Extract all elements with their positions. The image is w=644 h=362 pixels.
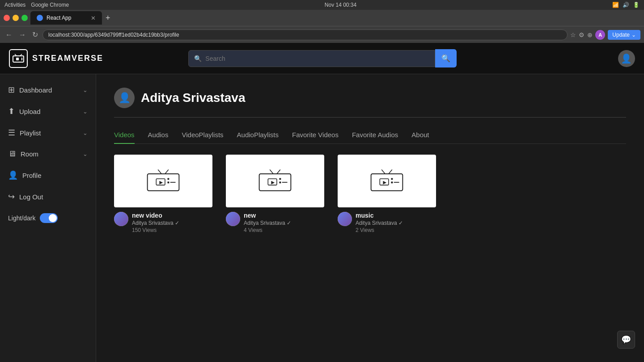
search-input[interactable] bbox=[205, 51, 429, 67]
view-count-1: 150 Views bbox=[132, 227, 179, 233]
tab-favorite-audios[interactable]: Favorite Audios bbox=[352, 126, 398, 144]
video-thumbnail-1 bbox=[114, 155, 212, 207]
verified-icon-3: ✓ bbox=[398, 220, 403, 226]
playlist-icon: ☰ bbox=[8, 128, 15, 138]
light-dark-toggle[interactable] bbox=[40, 213, 58, 223]
svg-line-13 bbox=[270, 169, 273, 173]
forward-button[interactable]: → bbox=[17, 30, 28, 40]
svg-line-22 bbox=[389, 169, 392, 173]
logo-icon bbox=[9, 49, 28, 68]
chat-button[interactable]: 💬 bbox=[617, 331, 635, 349]
extensions-icon[interactable]: ⚙ bbox=[579, 31, 585, 38]
activities-label[interactable]: Activities bbox=[4, 2, 25, 8]
sidebar-item-playlist[interactable]: ☰ Playlist ⌄ bbox=[0, 122, 96, 143]
svg-marker-25 bbox=[383, 181, 386, 184]
logo-area: STREAMVERSE bbox=[9, 49, 103, 68]
profile-name: Aditya Srivastava bbox=[141, 91, 245, 105]
user-avatar[interactable]: 👤 bbox=[618, 50, 635, 67]
video-card-3[interactable]: music Aditya Srivastava ✓ 2 Views bbox=[338, 155, 436, 233]
svg-marker-9 bbox=[159, 181, 163, 184]
update-button[interactable]: Update ⌄ bbox=[608, 30, 640, 40]
sidebar-label-upload: Upload bbox=[19, 108, 78, 115]
svg-line-21 bbox=[381, 169, 385, 173]
video-meta-2: new Aditya Srivastava ✓ 4 Views bbox=[244, 212, 291, 233]
tab-videos[interactable]: Videos bbox=[114, 126, 135, 144]
address-input[interactable] bbox=[42, 29, 568, 40]
video-title-2: new bbox=[244, 212, 291, 219]
sidebar-label-dashboard: Dashboard bbox=[19, 86, 78, 94]
video-card-2[interactable]: new Aditya Srivastava ✓ 4 Views bbox=[226, 155, 324, 233]
chevron-down-icon-upload: ⌄ bbox=[83, 108, 88, 115]
tab-close-btn[interactable]: ✕ bbox=[91, 15, 96, 21]
update-chevron-icon: ⌄ bbox=[631, 32, 636, 38]
video-meta-3: music Aditya Srivastava ✓ 2 Views bbox=[356, 212, 403, 233]
sidebar-item-room[interactable]: 🖥 Room ⌄ bbox=[0, 144, 96, 164]
channel-name-3: Aditya Srivastava ✓ bbox=[356, 220, 403, 226]
channel-avatar-3 bbox=[338, 212, 352, 226]
videos-grid: new video Aditya Srivastava ✓ 150 Views bbox=[114, 155, 626, 233]
video-info-2: new Aditya Srivastava ✓ 4 Views bbox=[226, 212, 324, 233]
tab-audioplaylists[interactable]: AudioPlaylists bbox=[237, 126, 279, 144]
sidebar-label-room: Room bbox=[21, 150, 78, 158]
svg-rect-19 bbox=[279, 181, 281, 183]
svg-line-5 bbox=[158, 169, 161, 173]
svg-rect-10 bbox=[167, 178, 169, 180]
sidebar: ⊞ Dashboard ⌄ ⬆ Upload ⌄ ☰ Playlist ⌄ 🖥 … bbox=[0, 74, 96, 362]
datetime-label: Nov 14 00:34 bbox=[325, 2, 356, 8]
search-area: 🔍 🔍 bbox=[188, 49, 457, 67]
sidebar-item-logout[interactable]: ↪ Log Out bbox=[0, 186, 96, 207]
logo-text: STREAMVERSE bbox=[32, 54, 103, 63]
share-icon[interactable]: ⊕ bbox=[587, 31, 593, 38]
os-bar: Activities Google Chrome Nov 14 00:34 📶 … bbox=[0, 0, 644, 10]
channel-avatar-1 bbox=[114, 212, 128, 226]
back-button[interactable]: ← bbox=[4, 30, 14, 40]
channel-name-2: Aditya Srivastava ✓ bbox=[244, 220, 291, 226]
svg-line-14 bbox=[277, 169, 280, 173]
video-info-1: new video Aditya Srivastava ✓ 150 Views bbox=[114, 212, 212, 233]
reload-button[interactable]: ↻ bbox=[30, 29, 40, 40]
profile-header: 👤 Aditya Srivastava bbox=[114, 88, 626, 108]
video-card-1[interactable]: new video Aditya Srivastava ✓ 150 Views bbox=[114, 155, 212, 233]
sidebar-item-dashboard[interactable]: ⊞ Dashboard ⌄ bbox=[0, 80, 96, 100]
address-bar-row: ← → ↻ ☆ ⚙ ⊕ A Update ⌄ bbox=[0, 26, 644, 43]
tab-audios[interactable]: Audios bbox=[148, 126, 169, 144]
svg-line-6 bbox=[165, 169, 169, 173]
view-count-2: 4 Views bbox=[244, 227, 291, 233]
video-meta-1: new video Aditya Srivastava ✓ 150 Views bbox=[132, 212, 179, 233]
browser-tab-react-app[interactable]: React App ✕ bbox=[30, 11, 102, 25]
new-tab-button[interactable]: + bbox=[104, 13, 112, 23]
window-close-btn[interactable] bbox=[4, 15, 10, 21]
bookmark-icon[interactable]: ☆ bbox=[570, 31, 576, 38]
svg-marker-17 bbox=[271, 181, 275, 184]
video-title-1: new video bbox=[132, 212, 179, 219]
browser-actions: ☆ ⚙ ⊕ A Update ⌄ bbox=[570, 30, 640, 40]
chevron-down-icon-playlist: ⌄ bbox=[83, 130, 88, 136]
update-label: Update bbox=[612, 32, 630, 38]
logout-icon: ↪ bbox=[8, 192, 15, 202]
search-button[interactable]: 🔍 bbox=[435, 49, 457, 67]
upload-icon: ⬆ bbox=[8, 106, 15, 116]
sidebar-item-profile[interactable]: 👤 Profile bbox=[0, 165, 96, 185]
window-min-btn[interactable] bbox=[13, 15, 19, 21]
sidebar-item-upload[interactable]: ⬆ Upload ⌄ bbox=[0, 101, 96, 122]
sidebar-label-logout: Log Out bbox=[19, 193, 88, 201]
tab-about[interactable]: About bbox=[411, 126, 429, 144]
tabs-row: Videos Audios VideoPlaylists AudioPlayli… bbox=[114, 126, 626, 144]
video-thumbnail-3 bbox=[338, 155, 436, 207]
verified-icon-1: ✓ bbox=[175, 220, 179, 226]
toggle-knob bbox=[49, 214, 57, 222]
app-header: STREAMVERSE 🔍 🔍 👤 bbox=[0, 43, 644, 74]
chevron-down-icon-room: ⌄ bbox=[83, 151, 88, 157]
tab-videoplaylists[interactable]: VideoPlaylists bbox=[182, 126, 223, 144]
tab-favorite-videos[interactable]: Favorite Videos bbox=[292, 126, 339, 144]
view-count-3: 2 Views bbox=[356, 227, 403, 233]
app-container: STREAMVERSE 🔍 🔍 👤 ⊞ Dashboard ⌄ ⬆ bbox=[0, 43, 644, 362]
svg-rect-1 bbox=[16, 58, 19, 60]
chevron-down-icon: ⌄ bbox=[83, 87, 88, 93]
person-icon: 👤 bbox=[8, 170, 18, 180]
window-max-btn[interactable] bbox=[21, 15, 28, 21]
search-input-wrap: 🔍 bbox=[188, 50, 435, 67]
room-icon: 🖥 bbox=[8, 149, 16, 159]
browser-profile-icon[interactable]: A bbox=[595, 30, 605, 40]
wifi-icon: 📶 bbox=[612, 2, 619, 8]
